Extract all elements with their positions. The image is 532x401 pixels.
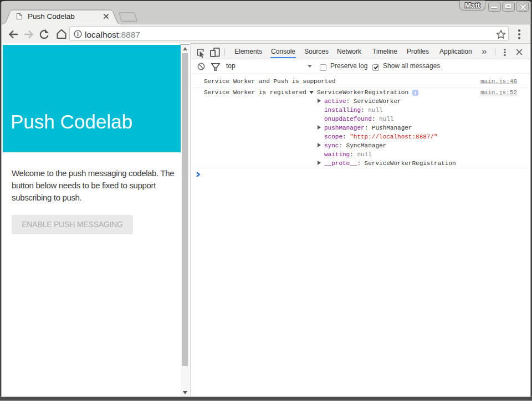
svg-text:Matt: Matt — [465, 1, 480, 9]
